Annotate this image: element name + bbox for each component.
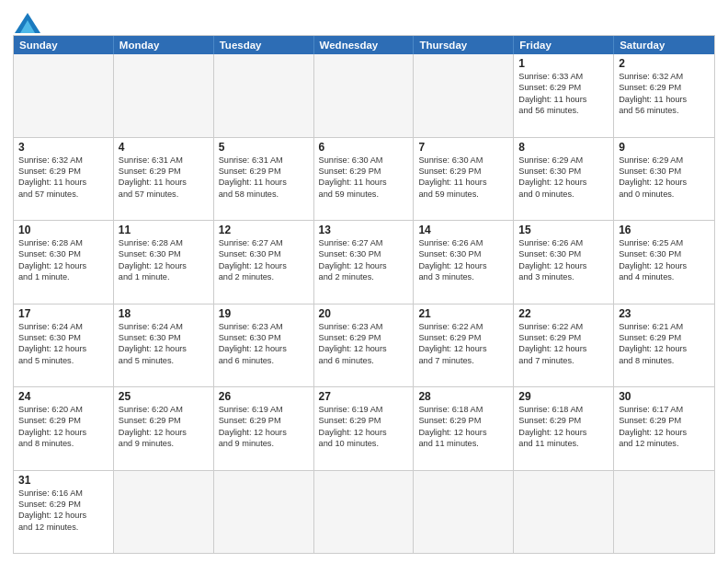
calendar-cell bbox=[514, 471, 614, 554]
weekday-header-friday: Friday bbox=[514, 36, 614, 54]
calendar-cell: 20Sunrise: 6:23 AM Sunset: 6:29 PM Dayli… bbox=[314, 304, 415, 387]
cell-info: Sunrise: 6:19 AM Sunset: 6:29 PM Dayligh… bbox=[219, 404, 309, 450]
cell-info: Sunrise: 6:26 AM Sunset: 6:30 PM Dayligh… bbox=[418, 237, 508, 283]
cell-date: 17 bbox=[18, 307, 108, 320]
cell-info: Sunrise: 6:20 AM Sunset: 6:29 PM Dayligh… bbox=[18, 404, 108, 450]
cell-info: Sunrise: 6:28 AM Sunset: 6:30 PM Dayligh… bbox=[119, 237, 209, 283]
calendar-body: 1Sunrise: 6:33 AM Sunset: 6:29 PM Daylig… bbox=[14, 54, 714, 553]
calendar-row-1: 3Sunrise: 6:32 AM Sunset: 6:29 PM Daylig… bbox=[14, 137, 714, 221]
cell-date: 28 bbox=[418, 390, 508, 403]
calendar-cell bbox=[214, 54, 314, 137]
calendar-cell: 9Sunrise: 6:29 AM Sunset: 6:30 PM Daylig… bbox=[614, 138, 714, 221]
calendar-cell: 22Sunrise: 6:22 AM Sunset: 6:29 PM Dayli… bbox=[514, 304, 614, 387]
calendar-cell bbox=[614, 471, 714, 554]
calendar-cell: 5Sunrise: 6:31 AM Sunset: 6:29 PM Daylig… bbox=[214, 138, 314, 221]
cell-info: Sunrise: 6:23 AM Sunset: 6:29 PM Dayligh… bbox=[319, 321, 409, 367]
calendar-cell bbox=[314, 54, 415, 137]
cell-date: 30 bbox=[619, 390, 710, 403]
calendar-cell: 17Sunrise: 6:24 AM Sunset: 6:30 PM Dayli… bbox=[14, 304, 114, 387]
calendar-row-4: 24Sunrise: 6:20 AM Sunset: 6:29 PM Dayli… bbox=[14, 386, 714, 470]
cell-date: 5 bbox=[219, 141, 309, 154]
cell-info: Sunrise: 6:25 AM Sunset: 6:30 PM Dayligh… bbox=[619, 237, 710, 283]
logo-blue-icon bbox=[15, 13, 40, 33]
calendar-row-2: 10Sunrise: 6:28 AM Sunset: 6:30 PM Dayli… bbox=[14, 220, 714, 304]
calendar-cell: 19Sunrise: 6:23 AM Sunset: 6:30 PM Dayli… bbox=[214, 304, 314, 387]
cell-date: 26 bbox=[219, 390, 309, 403]
cell-date: 3 bbox=[18, 141, 108, 154]
cell-info: Sunrise: 6:29 AM Sunset: 6:30 PM Dayligh… bbox=[518, 155, 609, 201]
calendar-cell: 2Sunrise: 6:32 AM Sunset: 6:29 PM Daylig… bbox=[614, 54, 714, 137]
calendar-cell: 8Sunrise: 6:29 AM Sunset: 6:30 PM Daylig… bbox=[514, 138, 614, 221]
cell-info: Sunrise: 6:22 AM Sunset: 6:29 PM Dayligh… bbox=[418, 321, 508, 367]
calendar-cell: 21Sunrise: 6:22 AM Sunset: 6:29 PM Dayli… bbox=[414, 304, 514, 387]
calendar-cell bbox=[414, 471, 514, 554]
cell-info: Sunrise: 6:29 AM Sunset: 6:30 PM Dayligh… bbox=[619, 155, 710, 201]
calendar-cell bbox=[14, 54, 114, 137]
cell-date: 22 bbox=[518, 307, 609, 320]
calendar-header-row: SundayMondayTuesdayWednesdayThursdayFrid… bbox=[14, 36, 714, 54]
header bbox=[13, 9, 715, 29]
weekday-header-wednesday: Wednesday bbox=[314, 36, 415, 54]
cell-date: 10 bbox=[18, 224, 108, 236]
cell-info: Sunrise: 6:32 AM Sunset: 6:29 PM Dayligh… bbox=[18, 155, 108, 201]
calendar-row-0: 1Sunrise: 6:33 AM Sunset: 6:29 PM Daylig… bbox=[14, 54, 714, 137]
cell-date: 4 bbox=[119, 141, 209, 154]
calendar-cell: 15Sunrise: 6:26 AM Sunset: 6:30 PM Dayli… bbox=[514, 221, 614, 304]
cell-date: 12 bbox=[219, 224, 309, 236]
cell-info: Sunrise: 6:18 AM Sunset: 6:29 PM Dayligh… bbox=[418, 404, 508, 450]
cell-info: Sunrise: 6:17 AM Sunset: 6:29 PM Dayligh… bbox=[619, 404, 710, 450]
calendar-cell bbox=[114, 471, 214, 554]
cell-date: 24 bbox=[18, 390, 108, 403]
page: SundayMondayTuesdayWednesdayThursdayFrid… bbox=[0, 0, 728, 563]
weekday-header-monday: Monday bbox=[114, 36, 214, 54]
cell-date: 29 bbox=[518, 390, 609, 403]
weekday-header-saturday: Saturday bbox=[614, 36, 714, 54]
calendar-cell: 10Sunrise: 6:28 AM Sunset: 6:30 PM Dayli… bbox=[14, 221, 114, 304]
cell-info: Sunrise: 6:27 AM Sunset: 6:30 PM Dayligh… bbox=[219, 237, 309, 283]
calendar-cell: 31Sunrise: 6:16 AM Sunset: 6:29 PM Dayli… bbox=[14, 471, 114, 554]
calendar-cell: 13Sunrise: 6:27 AM Sunset: 6:30 PM Dayli… bbox=[314, 221, 415, 304]
calendar-cell: 12Sunrise: 6:27 AM Sunset: 6:30 PM Dayli… bbox=[214, 221, 314, 304]
cell-info: Sunrise: 6:18 AM Sunset: 6:29 PM Dayligh… bbox=[518, 404, 609, 450]
calendar: SundayMondayTuesdayWednesdayThursdayFrid… bbox=[13, 35, 715, 554]
cell-info: Sunrise: 6:24 AM Sunset: 6:30 PM Dayligh… bbox=[119, 321, 209, 367]
calendar-cell: 18Sunrise: 6:24 AM Sunset: 6:30 PM Dayli… bbox=[114, 304, 214, 387]
calendar-cell bbox=[414, 54, 514, 137]
cell-info: Sunrise: 6:19 AM Sunset: 6:29 PM Dayligh… bbox=[319, 404, 409, 450]
cell-info: Sunrise: 6:28 AM Sunset: 6:30 PM Dayligh… bbox=[18, 237, 108, 283]
cell-date: 8 bbox=[518, 141, 609, 154]
cell-info: Sunrise: 6:21 AM Sunset: 6:29 PM Dayligh… bbox=[619, 321, 710, 367]
cell-info: Sunrise: 6:32 AM Sunset: 6:29 PM Dayligh… bbox=[619, 71, 710, 117]
cell-date: 18 bbox=[119, 307, 209, 320]
cell-info: Sunrise: 6:30 AM Sunset: 6:29 PM Dayligh… bbox=[418, 155, 508, 201]
calendar-cell: 26Sunrise: 6:19 AM Sunset: 6:29 PM Dayli… bbox=[214, 387, 314, 470]
calendar-cell: 29Sunrise: 6:18 AM Sunset: 6:29 PM Dayli… bbox=[514, 387, 614, 470]
cell-date: 21 bbox=[418, 307, 508, 320]
cell-date: 27 bbox=[319, 390, 409, 403]
logo bbox=[13, 13, 40, 29]
calendar-row-3: 17Sunrise: 6:24 AM Sunset: 6:30 PM Dayli… bbox=[14, 304, 714, 387]
cell-date: 6 bbox=[319, 141, 409, 154]
calendar-cell: 30Sunrise: 6:17 AM Sunset: 6:29 PM Dayli… bbox=[614, 387, 714, 470]
cell-date: 9 bbox=[619, 141, 710, 154]
cell-date: 7 bbox=[418, 141, 508, 154]
cell-info: Sunrise: 6:24 AM Sunset: 6:30 PM Dayligh… bbox=[18, 321, 108, 367]
calendar-cell: 24Sunrise: 6:20 AM Sunset: 6:29 PM Dayli… bbox=[14, 387, 114, 470]
cell-info: Sunrise: 6:20 AM Sunset: 6:29 PM Dayligh… bbox=[119, 404, 209, 450]
cell-info: Sunrise: 6:23 AM Sunset: 6:30 PM Dayligh… bbox=[219, 321, 309, 367]
cell-date: 31 bbox=[18, 474, 108, 487]
calendar-cell: 28Sunrise: 6:18 AM Sunset: 6:29 PM Dayli… bbox=[414, 387, 514, 470]
cell-date: 19 bbox=[219, 307, 309, 320]
calendar-cell: 1Sunrise: 6:33 AM Sunset: 6:29 PM Daylig… bbox=[514, 54, 614, 137]
cell-date: 20 bbox=[319, 307, 409, 320]
cell-info: Sunrise: 6:26 AM Sunset: 6:30 PM Dayligh… bbox=[518, 237, 609, 283]
cell-info: Sunrise: 6:33 AM Sunset: 6:29 PM Dayligh… bbox=[518, 71, 609, 117]
weekday-header-sunday: Sunday bbox=[14, 36, 114, 54]
cell-info: Sunrise: 6:31 AM Sunset: 6:29 PM Dayligh… bbox=[119, 155, 209, 201]
cell-info: Sunrise: 6:30 AM Sunset: 6:29 PM Dayligh… bbox=[319, 155, 409, 201]
calendar-cell: 25Sunrise: 6:20 AM Sunset: 6:29 PM Dayli… bbox=[114, 387, 214, 470]
cell-date: 15 bbox=[518, 224, 609, 236]
cell-info: Sunrise: 6:27 AM Sunset: 6:30 PM Dayligh… bbox=[319, 237, 409, 283]
weekday-header-thursday: Thursday bbox=[414, 36, 514, 54]
calendar-cell: 23Sunrise: 6:21 AM Sunset: 6:29 PM Dayli… bbox=[614, 304, 714, 387]
